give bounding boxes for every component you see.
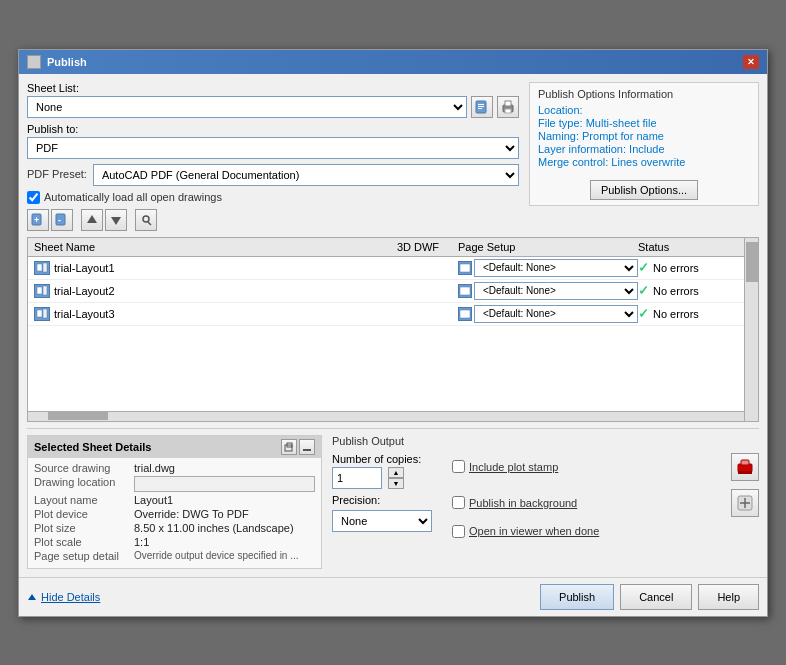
print-sheet-button[interactable] [497,96,519,118]
sheet-cell-name-3: trial-Layout3 [34,307,378,321]
svg-rect-19 [460,264,470,272]
status-check-3: ✓ [638,306,649,321]
detail-row-source: Source drawing trial.dwg [34,462,315,474]
pdf-preset-select[interactable]: AutoCAD PDF (General Documentation)AutoC… [93,164,519,186]
details-restore-button[interactable] [281,439,297,455]
detail-value-location [134,476,315,492]
hide-details-button[interactable]: Hide Details [27,591,100,603]
status-check-1: ✓ [638,260,649,275]
move-down-button[interactable] [105,209,127,231]
sheet-cell-name-2: trial-Layout2 [34,284,378,298]
sheet-area-inner: Sheet Name 3D DWF Page Setup Status [28,238,744,421]
output-left: Number of copies: 1 ▲ ▼ Precision: [332,453,432,538]
svg-marker-39 [28,594,36,600]
copies-input[interactable]: 1 [332,467,382,489]
publish-options-info: Publish Options Information Location: Fi… [529,82,759,206]
remove-sheets-icon: - [55,213,69,227]
precision-section: Precision: NoneLowMediumHigh [332,494,432,532]
details-collapse-button[interactable] [299,439,315,455]
vertical-scrollbar[interactable] [744,238,758,421]
location-input[interactable] [134,476,315,492]
preview-icon [139,213,153,227]
header-status: Status [638,241,738,253]
publish-background-row: Publish in background [452,489,759,517]
auto-load-checkbox[interactable] [27,191,40,204]
sheet-table-wrapper: Sheet Name 3D DWF Page Setup Status [27,237,759,422]
cancel-button[interactable]: Cancel [620,584,692,610]
svg-rect-22 [43,286,47,295]
precision-select[interactable]: NoneLowMediumHigh [332,510,432,532]
svg-rect-30 [285,445,292,451]
background-settings-button[interactable] [731,489,759,517]
publish-to-select[interactable]: PDFDWFDWFx [27,137,519,159]
copies-up-button[interactable]: ▲ [388,467,404,478]
publish-to-label: Publish to: [27,123,519,135]
horizontal-scrollbar[interactable] [28,411,744,421]
table-row[interactable]: trial-Layout1 <Default: None> [28,257,744,280]
svg-rect-21 [37,287,42,294]
svg-rect-26 [37,310,42,317]
copies-label: Number of copies: [332,453,432,465]
add-sheets-button[interactable]: + [27,209,49,231]
print-icon [501,100,515,114]
title-bar-left: Publish [27,55,87,69]
stamp-button[interactable] [731,453,759,481]
sheet-icon-1 [34,261,50,275]
svg-rect-24 [460,287,470,295]
help-button[interactable]: Help [698,584,759,610]
detail-label-location: Drawing location [34,476,134,488]
details-header: Selected Sheet Details [28,436,321,458]
background-checkbox-wrap: Publish in background [452,496,725,509]
pdf-preset-label: PDF Preset: [27,168,87,180]
load-sheet-button[interactable] [471,96,493,118]
header-sheet-name: Sheet Name [34,241,378,253]
page-setup-select-2[interactable]: <Default: None> [474,282,638,300]
copies-down-button[interactable]: ▼ [388,478,404,489]
detail-row-location: Drawing location [34,476,315,492]
setup-icon-3 [458,307,472,321]
svg-rect-5 [505,101,511,106]
h-scroll-thumb [48,412,108,420]
naming-line: Naming: Prompt for name [538,130,750,142]
plot-stamp-label: Include plot stamp [469,461,558,473]
detail-label-pagesetup: Page setup detail [34,550,134,562]
sheet-cell-setup-1: <Default: None> [458,259,638,277]
spinner-buttons: ▲ ▼ [388,467,404,489]
move-up-button[interactable] [81,209,103,231]
load-icon [475,100,489,114]
auto-load-row: Automatically load all open drawings [27,191,519,204]
sheet-cell-name-1: trial-Layout1 [34,261,378,275]
table-row[interactable]: trial-Layout3 <Default: None> [28,303,744,326]
detail-label-plotsize: Plot size [34,522,134,534]
sheet-list-select[interactable]: None [27,96,467,118]
plot-stamp-checkbox[interactable] [452,460,465,473]
bg-settings-icon [736,494,754,512]
page-setup-select-1[interactable]: <Default: None> [474,259,638,277]
sheet-cell-status-1: ✓ No errors [638,260,738,275]
sheet-table-header: Sheet Name 3D DWF Page Setup Status [28,238,744,257]
open-viewer-checkbox[interactable] [452,525,465,538]
status-text-3: No errors [653,308,699,320]
preview-button[interactable] [135,209,157,231]
svg-rect-35 [738,471,752,474]
hide-details-label: Hide Details [41,591,100,603]
bottom-section: Selected Sheet Details Source drawing tr… [27,428,759,569]
plot-stamp-checkbox-wrap: Include plot stamp [452,460,725,473]
close-button[interactable]: ✕ [743,55,759,69]
top-row: Sheet List: None [27,82,759,231]
detail-row-plotdevice: Plot device Override: DWG To PDF [34,508,315,520]
publish-background-checkbox[interactable] [452,496,465,509]
output-content: Number of copies: 1 ▲ ▼ Precision: [332,453,759,538]
publish-options-button[interactable]: Publish Options... [590,180,698,200]
page-setup-select-3[interactable]: <Default: None> [474,305,638,323]
table-row[interactable]: trial-Layout2 <Default: None> [28,280,744,303]
remove-sheets-button[interactable]: - [51,209,73,231]
sheet-cell-setup-3: <Default: None> [458,305,638,323]
svg-marker-11 [87,215,97,223]
detail-value-plotdevice: Override: DWG To PDF [134,508,315,520]
location-line: Location: [538,104,750,116]
detail-value-plotscale: 1:1 [134,536,315,548]
publish-button[interactable]: Publish [540,584,614,610]
detail-value-source: trial.dwg [134,462,315,474]
detail-row-pagesetup: Page setup detail Override output device… [34,550,315,562]
